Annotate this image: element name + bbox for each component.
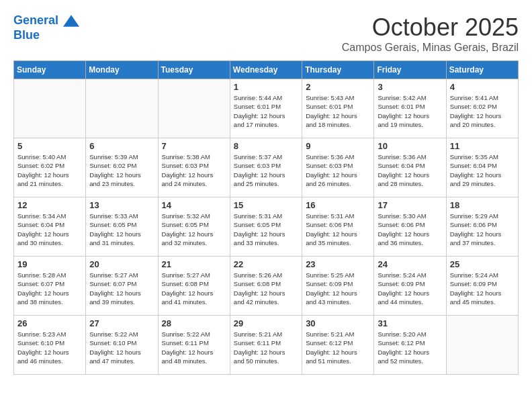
day-number: 23 [306, 259, 370, 269]
day-number: 16 [306, 200, 370, 210]
day-info: Sunrise: 5:32 AM Sunset: 6:05 PM Dayligh… [162, 212, 226, 247]
day-number: 30 [306, 318, 370, 328]
day-info: Sunrise: 5:26 AM Sunset: 6:08 PM Dayligh… [234, 271, 298, 306]
calendar-cell: 16Sunrise: 5:31 AM Sunset: 6:06 PM Dayli… [302, 197, 374, 257]
day-number: 31 [378, 318, 442, 328]
day-number: 27 [89, 318, 154, 328]
day-info: Sunrise: 5:31 AM Sunset: 6:06 PM Dayligh… [306, 212, 370, 247]
day-number: 21 [162, 259, 226, 269]
day-number: 22 [234, 259, 298, 269]
logo-blue-text: Blue [13, 28, 79, 43]
calendar-week-row: 12Sunrise: 5:34 AM Sunset: 6:04 PM Dayli… [14, 197, 519, 257]
day-number: 2 [306, 82, 370, 92]
calendar-cell: 27Sunrise: 5:22 AM Sunset: 6:10 PM Dayli… [86, 316, 158, 375]
calendar-subtitle: Campos Gerais, Minas Gerais, Brazil [342, 42, 519, 54]
day-info: Sunrise: 5:42 AM Sunset: 6:01 PM Dayligh… [378, 93, 442, 129]
day-number: 19 [17, 259, 82, 269]
weekday-header-row: SundayMondayTuesdayWednesdayThursdayFrid… [14, 61, 519, 79]
day-number: 5 [17, 141, 82, 151]
day-info: Sunrise: 5:33 AM Sunset: 6:05 PM Dayligh… [89, 212, 154, 247]
calendar-cell: 23Sunrise: 5:25 AM Sunset: 6:09 PM Dayli… [302, 257, 374, 316]
day-number: 6 [89, 141, 154, 151]
weekday-header-friday: Friday [374, 61, 446, 79]
calendar-cell: 9Sunrise: 5:36 AM Sunset: 6:03 PM Daylig… [302, 138, 374, 197]
day-info: Sunrise: 5:29 AM Sunset: 6:06 PM Dayligh… [450, 212, 515, 247]
day-number: 18 [450, 200, 515, 210]
logo-text: General [13, 13, 79, 28]
calendar-table: SundayMondayTuesdayWednesdayThursdayFrid… [13, 60, 519, 375]
day-info: Sunrise: 5:30 AM Sunset: 6:06 PM Dayligh… [378, 212, 442, 247]
day-number: 3 [378, 82, 442, 92]
day-info: Sunrise: 5:31 AM Sunset: 6:05 PM Dayligh… [234, 212, 298, 247]
day-number: 10 [378, 141, 442, 151]
day-info: Sunrise: 5:38 AM Sunset: 6:03 PM Dayligh… [162, 152, 226, 188]
logo: General Blue [13, 13, 79, 42]
day-number: 12 [17, 200, 82, 210]
day-info: Sunrise: 5:24 AM Sunset: 6:09 PM Dayligh… [450, 271, 515, 306]
weekday-header-monday: Monday [86, 61, 158, 79]
calendar-week-row: 1Sunrise: 5:44 AM Sunset: 6:01 PM Daylig… [14, 79, 519, 138]
day-number: 14 [162, 200, 226, 210]
calendar-cell: 5Sunrise: 5:40 AM Sunset: 6:02 PM Daylig… [14, 138, 86, 197]
calendar-cell: 20Sunrise: 5:27 AM Sunset: 6:07 PM Dayli… [86, 257, 158, 316]
calendar-cell: 24Sunrise: 5:24 AM Sunset: 6:09 PM Dayli… [374, 257, 446, 316]
calendar-cell: 4Sunrise: 5:41 AM Sunset: 6:02 PM Daylig… [446, 79, 518, 138]
day-info: Sunrise: 5:34 AM Sunset: 6:04 PM Dayligh… [17, 212, 82, 247]
day-info: Sunrise: 5:28 AM Sunset: 6:07 PM Dayligh… [17, 271, 82, 306]
day-info: Sunrise: 5:43 AM Sunset: 6:01 PM Dayligh… [306, 93, 370, 129]
calendar-cell: 11Sunrise: 5:35 AM Sunset: 6:04 PM Dayli… [446, 138, 518, 197]
calendar-cell: 13Sunrise: 5:33 AM Sunset: 6:05 PM Dayli… [86, 197, 158, 257]
weekday-header-thursday: Thursday [302, 61, 374, 79]
calendar-cell: 2Sunrise: 5:43 AM Sunset: 6:01 PM Daylig… [302, 79, 374, 138]
calendar-cell [86, 79, 158, 138]
svg-marker-0 [63, 15, 79, 27]
calendar-week-row: 26Sunrise: 5:23 AM Sunset: 6:10 PM Dayli… [14, 316, 519, 375]
calendar-cell: 10Sunrise: 5:36 AM Sunset: 6:04 PM Dayli… [374, 138, 446, 197]
calendar-cell: 14Sunrise: 5:32 AM Sunset: 6:05 PM Dayli… [158, 197, 230, 257]
day-number: 29 [234, 318, 298, 328]
day-number: 28 [162, 318, 226, 328]
calendar-cell: 19Sunrise: 5:28 AM Sunset: 6:07 PM Dayli… [14, 257, 86, 316]
calendar-cell: 12Sunrise: 5:34 AM Sunset: 6:04 PM Dayli… [14, 197, 86, 257]
day-info: Sunrise: 5:27 AM Sunset: 6:07 PM Dayligh… [89, 271, 154, 306]
calendar-title: October 2025 [342, 13, 519, 42]
calendar-cell: 28Sunrise: 5:22 AM Sunset: 6:11 PM Dayli… [158, 316, 230, 375]
weekday-header-tuesday: Tuesday [158, 61, 230, 79]
day-number: 24 [378, 259, 442, 269]
day-number: 26 [17, 318, 82, 328]
calendar-cell: 25Sunrise: 5:24 AM Sunset: 6:09 PM Dayli… [446, 257, 518, 316]
calendar-cell [158, 79, 230, 138]
day-number: 13 [89, 200, 154, 210]
title-section: October 2025 Campos Gerais, Minas Gerais… [342, 13, 519, 54]
calendar-cell: 6Sunrise: 5:39 AM Sunset: 6:02 PM Daylig… [86, 138, 158, 197]
day-info: Sunrise: 5:24 AM Sunset: 6:09 PM Dayligh… [378, 271, 442, 306]
day-info: Sunrise: 5:25 AM Sunset: 6:09 PM Dayligh… [306, 271, 370, 306]
day-info: Sunrise: 5:20 AM Sunset: 6:12 PM Dayligh… [378, 330, 442, 365]
weekday-header-sunday: Sunday [14, 61, 86, 79]
day-number: 8 [234, 141, 298, 151]
calendar-cell: 21Sunrise: 5:27 AM Sunset: 6:08 PM Dayli… [158, 257, 230, 316]
calendar-cell [14, 79, 86, 138]
day-info: Sunrise: 5:21 AM Sunset: 6:11 PM Dayligh… [234, 330, 298, 365]
calendar-cell: 17Sunrise: 5:30 AM Sunset: 6:06 PM Dayli… [374, 197, 446, 257]
calendar-week-row: 19Sunrise: 5:28 AM Sunset: 6:07 PM Dayli… [14, 257, 519, 316]
calendar-cell: 3Sunrise: 5:42 AM Sunset: 6:01 PM Daylig… [374, 79, 446, 138]
calendar-cell [446, 316, 518, 375]
day-info: Sunrise: 5:35 AM Sunset: 6:04 PM Dayligh… [450, 152, 515, 188]
day-number: 25 [450, 259, 515, 269]
day-info: Sunrise: 5:40 AM Sunset: 6:02 PM Dayligh… [17, 152, 82, 188]
day-number: 1 [234, 82, 298, 92]
calendar-cell: 26Sunrise: 5:23 AM Sunset: 6:10 PM Dayli… [14, 316, 86, 375]
day-info: Sunrise: 5:27 AM Sunset: 6:08 PM Dayligh… [162, 271, 226, 306]
day-number: 4 [450, 82, 515, 92]
day-info: Sunrise: 5:36 AM Sunset: 6:03 PM Dayligh… [306, 152, 370, 188]
calendar-week-row: 5Sunrise: 5:40 AM Sunset: 6:02 PM Daylig… [14, 138, 519, 197]
day-number: 17 [378, 200, 442, 210]
day-number: 20 [89, 259, 154, 269]
day-info: Sunrise: 5:37 AM Sunset: 6:03 PM Dayligh… [234, 152, 298, 188]
calendar-header: General Blue October 2025 Campos Gerais,… [13, 13, 519, 54]
day-number: 7 [162, 141, 226, 151]
calendar-cell: 30Sunrise: 5:21 AM Sunset: 6:12 PM Dayli… [302, 316, 374, 375]
day-info: Sunrise: 5:21 AM Sunset: 6:12 PM Dayligh… [306, 330, 370, 365]
calendar-cell: 7Sunrise: 5:38 AM Sunset: 6:03 PM Daylig… [158, 138, 230, 197]
